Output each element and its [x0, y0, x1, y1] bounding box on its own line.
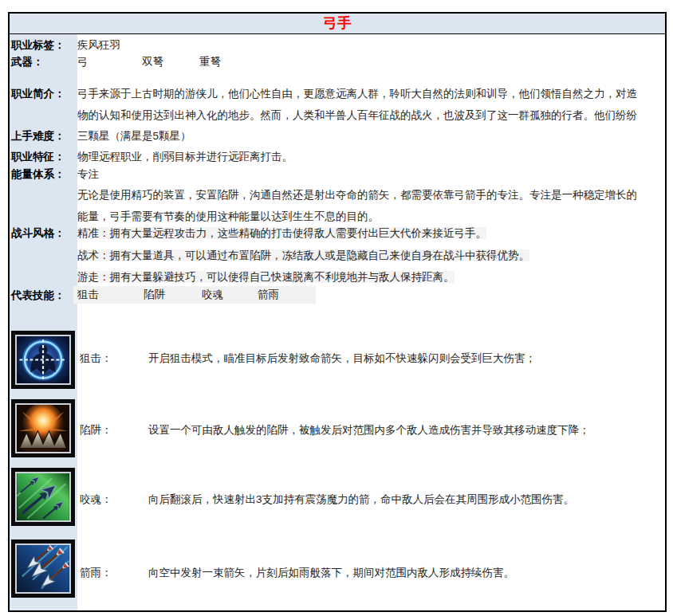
skill-row-name: 陷阱：	[80, 419, 112, 441]
skill-row-name: 箭雨：	[80, 562, 112, 583]
trait-value: 物理远程职业，削弱目标并进行远距离打击。	[77, 146, 293, 167]
style-line: 战术：拥有大量道具，可以通过布置陷阱，冻结敌人或是隐藏自己来使自身在战斗中获得优…	[77, 245, 529, 266]
weapon-list: 弓双弩重弩	[77, 51, 221, 73]
skill-name-item: 狙击	[77, 286, 144, 304]
intro-label: 职业简介：	[11, 83, 77, 104]
skill-row-name: 狙击：	[80, 347, 112, 369]
fire-trap-icon	[11, 399, 75, 457]
weapon-item: 重弩	[199, 51, 221, 73]
skill-row-desc: 开启狙击模式，瞄准目标后发射致命箭矢，目标如不快速躲闪则会受到巨大伤害；	[148, 347, 536, 369]
difficulty-label: 上手难度：	[11, 125, 77, 147]
skill-name-item: 陷阱	[144, 286, 202, 304]
energy-label: 能量体系：	[11, 163, 77, 185]
triple-arrows-icon	[11, 468, 75, 526]
intro-text: 弓手来源于上古时期的游侠儿，他们心性自由，更愿意远离人群，聆听大自然的法则和训导…	[77, 83, 647, 126]
skill-name-item: 箭雨	[258, 286, 279, 304]
style-label: 战斗风格：	[11, 222, 77, 244]
energy-value: 专注	[77, 163, 99, 185]
arrow-rain-icon	[11, 539, 75, 598]
energy-description: 无论是使用精巧的装置，安置陷阱，沟通自然还是射出夺命的箭矢，都需要依靠弓箭手的专…	[77, 184, 647, 227]
skill-row-desc: 向后翻滚后，快速射出3支加持有震荡魔力的箭，命中敌人后会在其周围形成小范围伤害。	[148, 488, 574, 510]
weapon-item: 双弩	[142, 51, 199, 73]
style-roaming: 游走：拥有大量躲避技巧，可以使得自己快速脱离不利境地并与敌人保持距离。	[77, 271, 455, 283]
page-title: 弓手	[10, 14, 665, 34]
style-tactics: 战术：拥有大量道具，可以通过布置陷阱，冻结敌人或是隐藏自己来使自身在战斗中获得优…	[77, 249, 529, 261]
weapon-label: 武器：	[11, 51, 77, 73]
page: { "title": "弓手", "colors": { "header_bg"…	[0, 0, 673, 616]
skill-name-item: 咬魂	[202, 286, 258, 304]
style-precision: 精准：拥有大量远程攻击力，这些精确的打击使得敌人需要付出巨大代价来接近弓手。	[77, 227, 486, 239]
class-table-body: 职业标签： 疾风狂羽 武器： 弓双弩重弩 职业简介： 弓手来源于上古时期的游侠儿…	[10, 34, 665, 610]
archer-class-table: 弓手 职业标签： 疾风狂羽 武器： 弓双弩重弩 职业简介： 弓手来源于上古时期的…	[8, 12, 667, 612]
difficulty-value: 三颗星（满星是5颗星）	[77, 125, 191, 147]
skill-row-desc: 向空中发射一束箭矢，片刻后如雨般落下，期间对范围内敌人形成持续伤害。	[148, 562, 514, 583]
weapon-item: 弓	[77, 51, 142, 73]
skill-name-strip: 狙击陷阱咬魂箭雨	[73, 286, 316, 304]
skills-label: 代表技能：	[11, 284, 77, 306]
skill-row-desc: 设置一个可由敌人触发的陷阱，被触发后对范围内多个敌人造成伤害并导致其移动速度下降…	[148, 419, 590, 441]
skill-row-name: 咬魂：	[80, 488, 112, 510]
style-line: 游走：拥有大量躲避技巧，可以使得自己快速脱离不利境地并与敌人保持距离。	[77, 266, 455, 288]
snipe-crosshair-icon	[11, 331, 75, 389]
style-line: 精准：拥有大量远程攻击力，这些精确的打击使得敌人需要付出巨大代价来接近弓手。	[77, 222, 486, 244]
